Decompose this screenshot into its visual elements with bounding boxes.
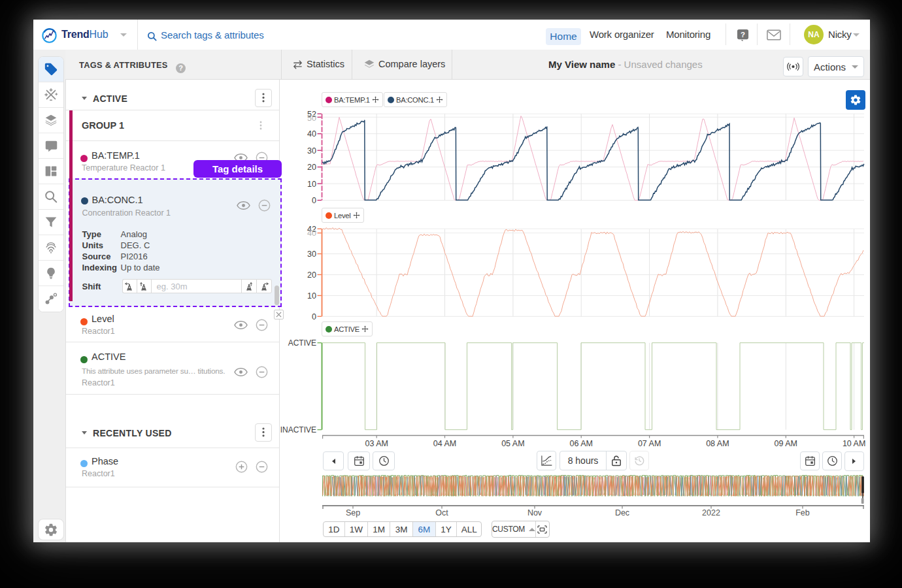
svg-text:2022: 2022 bbox=[702, 508, 720, 517]
svg-text:03 AM: 03 AM bbox=[365, 439, 388, 448]
svg-text:07 AM: 07 AM bbox=[638, 439, 661, 448]
svg-text:10 AM: 10 AM bbox=[843, 439, 865, 448]
svg-text:Dec: Dec bbox=[615, 508, 629, 517]
svg-text:40: 40 bbox=[307, 229, 316, 238]
svg-text:20: 20 bbox=[307, 270, 316, 280]
svg-text:Oct: Oct bbox=[435, 508, 448, 517]
svg-text:05 AM: 05 AM bbox=[501, 439, 524, 448]
svg-text:06 AM: 06 AM bbox=[569, 439, 592, 448]
svg-text:09 AM: 09 AM bbox=[775, 439, 797, 448]
svg-text:40: 40 bbox=[307, 129, 316, 139]
svg-text:INACTIVE: INACTIVE bbox=[280, 425, 316, 434]
svg-text:08 AM: 08 AM bbox=[706, 439, 729, 448]
svg-text:0: 0 bbox=[312, 196, 316, 205]
svg-text:Feb: Feb bbox=[795, 508, 810, 517]
svg-text:20: 20 bbox=[307, 163, 316, 172]
svg-text:30: 30 bbox=[307, 146, 316, 155]
svg-text:10: 10 bbox=[307, 291, 316, 301]
svg-text:04 AM: 04 AM bbox=[433, 439, 456, 448]
svg-text:Sep: Sep bbox=[346, 508, 360, 517]
svg-text:?: ? bbox=[741, 31, 745, 39]
svg-text:50: 50 bbox=[307, 114, 316, 123]
svg-text:0: 0 bbox=[312, 312, 316, 321]
svg-text:ACTIVE: ACTIVE bbox=[288, 338, 316, 348]
svg-text:10: 10 bbox=[307, 180, 316, 189]
svg-text:30: 30 bbox=[307, 250, 316, 259]
svg-text:Nov: Nov bbox=[527, 508, 543, 517]
